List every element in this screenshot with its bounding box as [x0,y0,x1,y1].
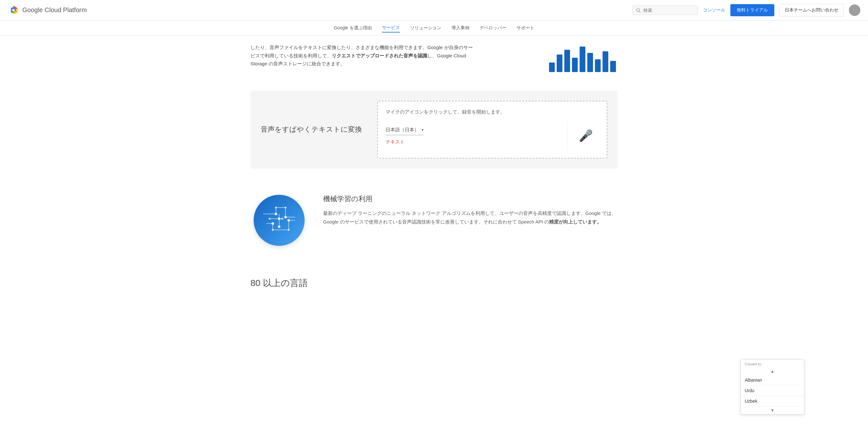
speech-bar-0 [549,62,555,72]
language-section: 80 以上の言語 [250,269,618,304]
avatar[interactable] [849,4,860,16]
search-box[interactable] [632,5,698,15]
text-label[interactable]: テキスト [385,139,562,145]
contact-button[interactable]: 日本チームへお問い合わせ [779,4,844,17]
demo-controls-left: 日本語（日本） ▾ テキスト [385,127,562,145]
language-select[interactable]: 日本語（日本） ▾ [385,127,424,135]
main-content: したり、音声ファイルをテキストに変換したり、さまざまな機能を利用できます。Goo… [243,36,625,304]
language-title: 80 以上の言語 [250,277,618,289]
nav-item-developers[interactable]: デベロッパー [479,24,506,32]
feature-title: 機械学習の利用 [323,194,618,204]
gcp-logo[interactable]: Google Cloud Platform [8,4,87,16]
nav-item-why-google[interactable]: Google を選ぶ理由 [334,24,372,32]
demo-instruction: マイクのアイコンをクリックして、録音を開始します。 [385,109,599,115]
nav-item-cases[interactable]: 導入事例 [452,24,469,32]
feature-content: 機械学習の利用 最新のディープ ラーニングのニューラル ネットワーク アルゴリズ… [323,192,618,226]
language-select-text: 日本語（日本） [385,127,419,133]
header: Google Cloud Platform コンソール 無料トライアル 日本チー… [0,0,868,21]
speech-bar-3 [572,58,578,72]
speech-bar-7 [602,51,608,72]
svg-point-26 [288,229,290,231]
svg-point-27 [269,218,271,220]
search-icon [636,8,641,13]
header-left: Google Cloud Platform [8,4,87,16]
nav-item-solutions[interactable]: ソリューション [410,24,441,32]
feature-icon-wrap [250,192,308,249]
svg-point-28 [281,218,283,220]
feature-icon-circle [254,195,305,246]
speech-bar-8 [610,61,616,72]
svg-point-25 [272,229,274,231]
speech-bar-4 [580,47,585,72]
svg-point-2 [637,8,640,11]
mic-area[interactable]: 🎤 [567,121,599,150]
logo-text: Google Cloud Platform [22,6,87,14]
dropdown-arrow-icon: ▾ [422,127,424,132]
intro-section: したり、音声ファイルをテキストに変換したり、さまざまな機能を利用できます。Goo… [250,36,618,83]
speech-bar-6 [595,59,601,72]
feature-bold-text: 精度が向上しています。 [549,219,601,225]
speech-bar-2 [564,50,570,72]
demo-section: 音声をすばやくテキストに変換 マイクのアイコンをクリックして、録音を開始します。… [250,91,618,169]
intro-text: したり、音声ファイルをテキストに変換したり、さまざまな機能を利用できます。Goo… [250,43,473,68]
demo-controls: 日本語（日本） ▾ テキスト 🎤 [385,121,599,150]
circuit-icon [260,201,298,239]
nav-item-services[interactable]: サービス [382,24,400,32]
svg-point-19 [278,217,280,220]
gcp-logo-icon [8,4,19,16]
nav-item-support[interactable]: サポート [517,24,534,32]
demo-title: 音声をすばやくテキストに変換 [261,125,362,135]
svg-point-18 [284,216,287,218]
speech-bar-5 [587,53,593,72]
svg-point-21 [287,219,290,222]
svg-point-17 [275,213,277,215]
header-right: コンソール 無料トライアル 日本チームへお問い合わせ [632,4,860,17]
intro-bold-text: リクエストでアップロードされた音声を認識 [332,53,427,58]
feature-section: 機械学習の利用 最新のディープ ラーニングのニューラル ネットワーク アルゴリズ… [250,181,618,259]
mic-icon[interactable]: 🎤 [579,129,593,143]
main-nav: Google を選ぶ理由 サービス ソリューション 導入事例 デベロッパー サポ… [0,21,868,36]
svg-line-3 [639,11,641,12]
svg-point-22 [278,226,280,228]
svg-point-23 [275,207,277,208]
svg-point-20 [272,222,274,225]
console-link[interactable]: コンソール [703,7,725,13]
feature-text: 最新のディープ ラーニングのニューラル ネットワーク アルゴリズムを利用して、ユ… [323,209,618,226]
speech-bar-1 [557,55,562,72]
speech-bars [549,47,616,72]
search-input[interactable] [643,8,694,13]
demo-widget: マイクのアイコンをクリックして、録音を開始します。 日本語（日本） ▾ テキスト… [377,101,607,158]
svg-point-24 [284,207,286,208]
speech-visualization [548,43,618,75]
free-trial-button[interactable]: 無料トライアル [730,4,774,16]
